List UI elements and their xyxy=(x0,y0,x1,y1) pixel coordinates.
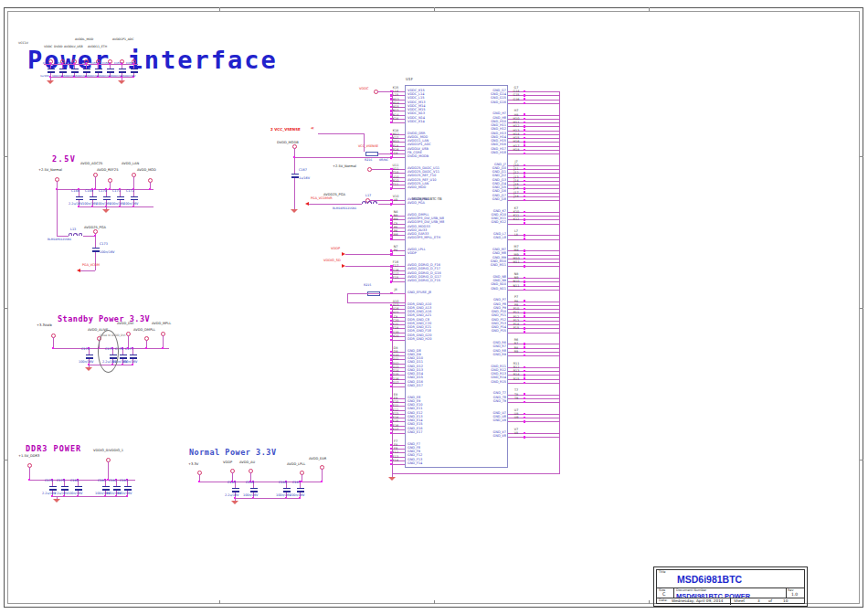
pin-name: GND_K12 xyxy=(429,221,506,225)
wire xyxy=(219,7,220,11)
wire xyxy=(318,133,364,134)
cap-ref: C158 xyxy=(126,62,132,65)
pin-name: AVDD_MOD xyxy=(408,186,426,190)
capacitor-icon xyxy=(75,486,82,487)
power-flag-label: +3.3V xyxy=(188,463,198,467)
inductor-icon xyxy=(73,233,77,237)
cap-ref: C148 xyxy=(71,190,79,193)
cap-ref: C170 xyxy=(99,190,107,193)
power-net-label: AVDDLV_USB xyxy=(64,46,83,48)
offpage-arrow-icon xyxy=(77,269,80,272)
wire xyxy=(392,266,393,281)
sheet-number: 3 xyxy=(757,599,760,603)
wire xyxy=(378,204,392,205)
cap-ref: C180 xyxy=(70,480,79,482)
cap-value: 2.2u/16V xyxy=(54,492,68,495)
junction-dot xyxy=(524,149,526,152)
wire xyxy=(199,482,322,482)
wire xyxy=(295,157,392,158)
chip-ref: U1F xyxy=(406,78,413,81)
capacitor-icon xyxy=(102,486,110,487)
wire xyxy=(79,206,153,207)
resistor-ref: R215 xyxy=(364,284,371,287)
wire xyxy=(50,73,51,77)
offpage-label: 2 VCC_VSENSE xyxy=(270,128,301,132)
net-label-red: PGA_VCOMVR xyxy=(311,197,333,200)
cap-ref: C178 xyxy=(45,480,53,482)
junction-dot xyxy=(524,401,526,404)
wire xyxy=(235,498,300,499)
junction-dot xyxy=(28,479,31,482)
pin-name: GND_T9 xyxy=(429,400,506,404)
junction-dot xyxy=(524,164,526,167)
power-net-label: DVDD xyxy=(54,46,63,48)
wire xyxy=(434,7,435,11)
cap-ref: C151 xyxy=(43,62,49,65)
wire xyxy=(392,473,560,474)
cap-value: 100n/16V xyxy=(290,494,304,497)
cap-value: 100n/16V xyxy=(100,251,114,254)
wire xyxy=(57,236,69,237)
pin-name: GND_E17 xyxy=(408,431,422,435)
title-block-divider xyxy=(786,588,787,598)
capacitor-icon xyxy=(119,69,126,69)
wire xyxy=(392,281,405,282)
power-net-label: VCC1V xyxy=(18,42,28,45)
pin-number: M11 xyxy=(509,261,524,264)
wire xyxy=(392,255,405,256)
inductor-icon xyxy=(367,201,372,205)
wire xyxy=(508,154,559,154)
junction-dot xyxy=(524,277,526,280)
junction-dot xyxy=(391,265,394,268)
cap-ref: C183 xyxy=(120,480,128,482)
ground-icon xyxy=(85,367,92,371)
capacitor-icon xyxy=(250,488,258,489)
wire xyxy=(371,169,392,170)
cap-ref: C182 xyxy=(109,480,117,482)
wire xyxy=(364,133,365,152)
wire xyxy=(345,254,392,255)
pin-number: H18 xyxy=(509,149,524,152)
cap-value: 1u/16V xyxy=(40,75,49,78)
pin-number: M6 xyxy=(388,234,403,237)
net-label-red: VDDC xyxy=(359,88,369,91)
pin-number: P15 xyxy=(509,327,524,330)
pin-number: N11 xyxy=(509,285,524,288)
junction-dot xyxy=(524,377,526,380)
wire xyxy=(508,437,559,438)
net-label-red: PGA_VCOM xyxy=(82,264,100,267)
wire xyxy=(95,236,96,243)
power-flag-label: AVDD_LPLL xyxy=(287,463,305,467)
junction-dot xyxy=(524,253,526,256)
pin-number: V8 xyxy=(509,432,524,435)
note-text: Close to AVDD_DVI xyxy=(100,334,125,337)
pin-name: GND_R9 xyxy=(429,354,506,357)
junction-dot xyxy=(524,413,526,416)
cap-value: 100n/16V xyxy=(68,492,82,495)
design-title: MSD6i981BTC xyxy=(677,575,742,585)
junction-dot xyxy=(524,355,526,357)
junction-dot xyxy=(524,113,526,116)
wire xyxy=(860,308,863,309)
junction-dot xyxy=(198,481,201,483)
inductor-ref: L17 xyxy=(365,195,371,197)
cap-value: 100n/16V xyxy=(100,75,112,78)
net-label-red: VCC_VSENSE xyxy=(358,145,378,148)
cap-ref: C184 xyxy=(246,482,254,484)
junction-dot xyxy=(524,327,526,330)
capacitor-icon xyxy=(86,355,93,355)
junction-dot xyxy=(524,98,526,101)
cap-ref: C171 xyxy=(112,190,121,193)
pin-name: AVDD_PGA xyxy=(408,202,425,206)
junction-dot xyxy=(524,289,526,291)
junction-dot xyxy=(94,188,97,191)
capacitor-icon xyxy=(130,355,137,355)
power-flag-label: +2.5V_Normal xyxy=(333,165,356,169)
cap-value: 100n/16V xyxy=(276,494,291,497)
junction-dot xyxy=(391,253,394,256)
wire xyxy=(392,91,393,122)
pin-number: T11 xyxy=(388,184,403,186)
pin-name: GND_D17 xyxy=(408,385,423,388)
junction-dot xyxy=(391,153,394,155)
wire xyxy=(294,183,295,206)
